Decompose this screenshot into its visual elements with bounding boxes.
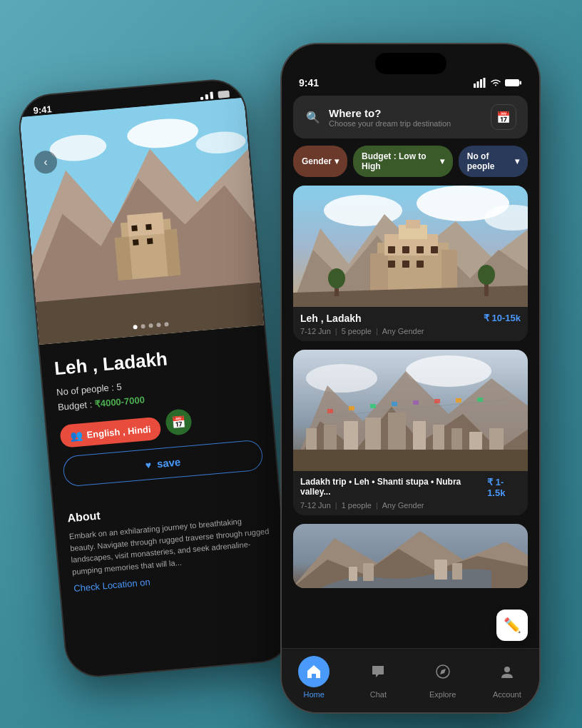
nav-chat[interactable]: Chat — [346, 656, 410, 699]
status-icons — [474, 78, 522, 88]
trip-card-1[interactable]: Leh , Ladakh ₹ 10-15k 7-12 Jun | 5 peopl… — [293, 186, 528, 341]
calendar-icon[interactable]: 📅 — [165, 408, 193, 436]
trip-price-2: ₹ 1-1.5k — [487, 477, 521, 498]
svg-rect-75 — [434, 560, 447, 580]
search-bar[interactable]: 🔍 Where to? Choose your dream trip desti… — [293, 96, 528, 138]
filter-row: Gender ▾ Budget : Low to High ▾ No of pe… — [282, 146, 539, 177]
nav-home[interactable]: Home — [282, 656, 346, 699]
people-filter[interactable]: No of people ▾ — [459, 146, 528, 177]
svg-rect-13 — [133, 239, 139, 246]
trips-list: Leh , Ladakh ₹ 10-15k 7-12 Jun | 5 peopl… — [282, 186, 539, 648]
svg-rect-58 — [469, 432, 482, 450]
search-icon: 🔍 — [305, 108, 322, 126]
svg-rect-65 — [413, 400, 419, 405]
trip-info-1: Leh , Ladakh ₹ 10-15k 7-12 Jun | 5 peopl… — [293, 307, 528, 341]
svg-rect-38 — [402, 261, 409, 268]
gender-filter[interactable]: Gender ▾ — [293, 146, 347, 177]
svg-rect-12 — [146, 224, 152, 231]
trip-card-2[interactable]: Ladakh trip • Leh • Shanti stupa • Nubra… — [293, 350, 528, 515]
svg-rect-73 — [349, 567, 357, 581]
svg-point-47 — [406, 355, 491, 387]
edit-fab[interactable]: ✏️ — [496, 610, 528, 641]
home-label: Home — [303, 690, 324, 699]
svg-rect-67 — [456, 398, 461, 403]
calendar-button[interactable]: 📅 — [491, 104, 516, 130]
chat-icon — [370, 664, 386, 679]
explore-icon-bg — [427, 656, 459, 687]
dynamic-island — [375, 53, 446, 74]
svg-rect-57 — [451, 428, 462, 450]
svg-rect-32 — [406, 220, 420, 228]
svg-rect-59 — [489, 428, 504, 450]
trip-people-1: 5 people — [342, 327, 372, 335]
svg-rect-18 — [484, 78, 486, 88]
budget-filter[interactable]: Budget : Low to High ▾ — [353, 146, 453, 177]
svg-point-46 — [306, 364, 377, 393]
search-title: Where to? — [329, 107, 484, 119]
front-time: 9:41 — [299, 77, 319, 89]
people-chevron: ▾ — [515, 156, 519, 166]
trip-header-2: Ladakh trip • Leh • Shanti stupa • Nubra… — [300, 477, 521, 498]
svg-rect-16 — [477, 81, 479, 88]
svg-rect-11 — [131, 225, 138, 231]
trip-info-2: Ladakh trip • Leh • Shanti stupa • Nubra… — [293, 471, 528, 515]
back-hero-image: ‹ — [19, 98, 264, 345]
trip-card-3[interactable] — [293, 524, 528, 588]
svg-rect-61 — [327, 409, 333, 413]
svg-rect-62 — [349, 406, 354, 410]
gender-filter-label: Gender — [302, 156, 332, 166]
front-phone: 9:41 — [280, 43, 541, 714]
edit-icon: ✏️ — [504, 617, 521, 634]
trip-date-1: 7-12 Jun — [300, 327, 331, 335]
about-section: About Embark on an exhilarating journey … — [53, 483, 287, 606]
home-icon — [306, 664, 322, 679]
svg-rect-50 — [306, 428, 317, 450]
nav-explore[interactable]: Explore — [411, 656, 475, 699]
svg-rect-63 — [370, 404, 376, 408]
budget-chevron: ▾ — [440, 156, 444, 166]
trip-people-2: 1 people — [342, 501, 372, 510]
trip-price-1: ₹ 10-15k — [484, 313, 521, 323]
back-trip-content: Leh , Ladakh No of people : 5 Budget : ₹… — [39, 325, 277, 502]
svg-rect-39 — [417, 261, 424, 268]
trip-gender-2: Any Gender — [382, 501, 424, 510]
svg-rect-51 — [324, 425, 337, 450]
nav-account[interactable]: Account — [475, 656, 539, 699]
search-container: 🔍 Where to? Choose your dream trip desti… — [282, 89, 539, 146]
svg-point-44 — [478, 265, 495, 285]
signal-icon — [474, 78, 486, 88]
trip-header-1: Leh , Ladakh ₹ 10-15k — [300, 313, 521, 324]
account-label: Account — [493, 690, 521, 699]
trip-image-1 — [293, 186, 528, 307]
svg-rect-74 — [363, 563, 374, 581]
trip-gender-1: Any Gender — [382, 327, 424, 335]
trip-date-2: 7-12 Jun — [300, 501, 331, 510]
svg-rect-35 — [417, 246, 424, 253]
svg-rect-33 — [388, 246, 395, 253]
svg-rect-64 — [392, 402, 397, 406]
svg-rect-15 — [474, 84, 476, 88]
svg-rect-19 — [505, 79, 519, 86]
save-button[interactable]: ♥ save — [62, 439, 264, 487]
svg-rect-66 — [434, 399, 440, 403]
svg-rect-17 — [480, 79, 482, 88]
search-subtitle: Choose your dream trip destination — [329, 119, 484, 128]
account-icon — [499, 664, 515, 679]
trip-image-3 — [293, 524, 528, 588]
trip-name-1: Leh , Ladakh — [300, 313, 362, 324]
svg-rect-54 — [388, 413, 406, 450]
chat-icon-bg — [362, 656, 394, 687]
trip-meta-2: 7-12 Jun | 1 people | Any Gender — [300, 501, 521, 510]
gender-chevron: ▾ — [335, 156, 339, 166]
people-filter-label: No of people — [467, 151, 512, 171]
svg-rect-68 — [477, 398, 483, 402]
front-status-bar: 9:41 — [282, 74, 539, 89]
svg-rect-34 — [402, 246, 409, 253]
search-text: Where to? Choose your dream trip destina… — [329, 107, 484, 128]
svg-rect-69 — [293, 450, 528, 471]
bottom-navigation: Home Chat — [282, 648, 539, 712]
svg-rect-56 — [433, 425, 444, 450]
language-button[interactable]: 👥 English , Hindi — [59, 417, 162, 448]
svg-rect-53 — [365, 418, 381, 450]
svg-rect-52 — [344, 421, 358, 450]
